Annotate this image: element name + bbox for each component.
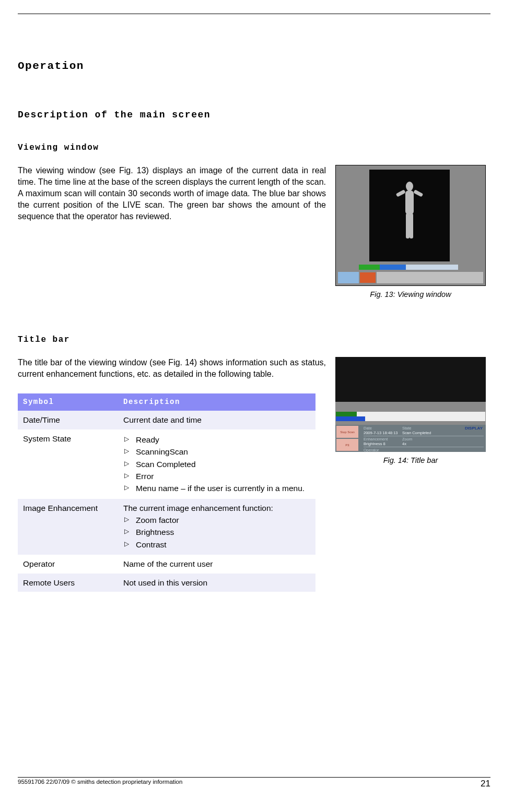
status-date-value: 2009-7-13 18:48:13 (364, 431, 402, 435)
list-item: Menu name – if the user is currently in … (124, 483, 310, 494)
table-cell-desc: Current date and time (118, 411, 315, 429)
display-label: DISPLAY (465, 426, 483, 431)
status-state-label: State (402, 426, 441, 431)
list-item: Ready (124, 434, 310, 445)
svg-rect-1 (405, 190, 414, 214)
table-cell-symbol: System State (18, 429, 118, 499)
section-title: Description of the main screen (18, 110, 490, 120)
table-cell-desc: Not used in this version (118, 574, 315, 592)
top-rule (18, 14, 490, 14)
page-footer: 95591706 22/07/09 © smiths detection pro… (18, 777, 490, 789)
figure-14: Stop Scan P3 DISPLAY DateState 2009-7-13… (335, 357, 486, 452)
figure-13-caption: Fig. 13: Viewing window (335, 290, 486, 298)
svg-point-0 (406, 182, 413, 191)
subsection-viewing-window: Viewing window (18, 143, 490, 152)
status-enh-label: Enhancement (364, 437, 402, 441)
table-cell-desc: Ready ScanningScan Scan Completed Error … (118, 429, 315, 499)
status-op-label: Operator (364, 448, 402, 452)
table-head-symbol: Symbol (18, 393, 118, 411)
table-lead-text: The current image enhancement function: (123, 503, 310, 514)
table-row: System State Ready ScanningScan Scan Com… (18, 429, 315, 499)
scan-body-icon (393, 179, 426, 252)
table-cell-symbol: Operator (18, 555, 118, 573)
svg-rect-5 (410, 213, 413, 238)
fig13-button (338, 272, 359, 283)
svg-rect-2 (396, 189, 406, 197)
list-item: Error (124, 471, 310, 482)
subsection-title-bar: Title bar (18, 335, 490, 344)
status-zoom-label: Zoom (402, 437, 441, 441)
figure-14-caption: Fig. 14: Title bar (335, 456, 486, 464)
table-row: Remote Users Not used in this version (18, 574, 315, 592)
fig13-status-area (377, 272, 483, 283)
symbol-table: Symbol Description Date/Time Current dat… (18, 393, 315, 592)
table-row: Operator Name of the current user (18, 555, 315, 573)
page-number: 21 (481, 779, 490, 789)
table-cell-desc: The current image enhancement function: … (118, 499, 315, 555)
viewing-window-paragraph: The viewing window (see Fig. 13) display… (18, 165, 326, 222)
table-cell-symbol: Date/Time (18, 411, 118, 429)
list-item: ScanningScan (124, 446, 310, 457)
footer-left: 95591706 22/07/09 © smiths detection pro… (18, 779, 182, 789)
fig13-button-orange (360, 272, 376, 283)
chapter-title: Operation (18, 60, 490, 72)
table-cell-symbol: Image Enhancement (18, 499, 118, 555)
list-item: Contrast (124, 539, 310, 550)
table-head-description: Description (118, 393, 315, 411)
p3-button: P3 (336, 439, 358, 451)
figure-13 (335, 165, 486, 286)
status-bright-value: Brightness 8 (364, 441, 402, 446)
table-cell-desc: Name of the current user (118, 555, 315, 573)
title-bar-paragraph: The title bar of the viewing window (see… (18, 357, 326, 380)
status-zoom-value: 4x (402, 441, 406, 446)
list-item: Zoom factor (124, 515, 310, 526)
list-item: Scan Completed (124, 459, 310, 470)
svg-rect-3 (413, 189, 423, 197)
svg-rect-4 (406, 213, 410, 238)
status-state-value: Scan Completed (402, 431, 431, 435)
stop-scan-button: Stop Scan (336, 426, 358, 438)
table-row: Image Enhancement The current image enha… (18, 499, 315, 555)
status-info: DISPLAY DateState 2009-7-13 18:48:13Scan… (359, 425, 486, 452)
list-item: Brightness (124, 527, 310, 538)
table-row: Date/Time Current date and time (18, 411, 315, 429)
status-date-label: Date (364, 426, 402, 431)
table-cell-symbol: Remote Users (18, 574, 118, 592)
